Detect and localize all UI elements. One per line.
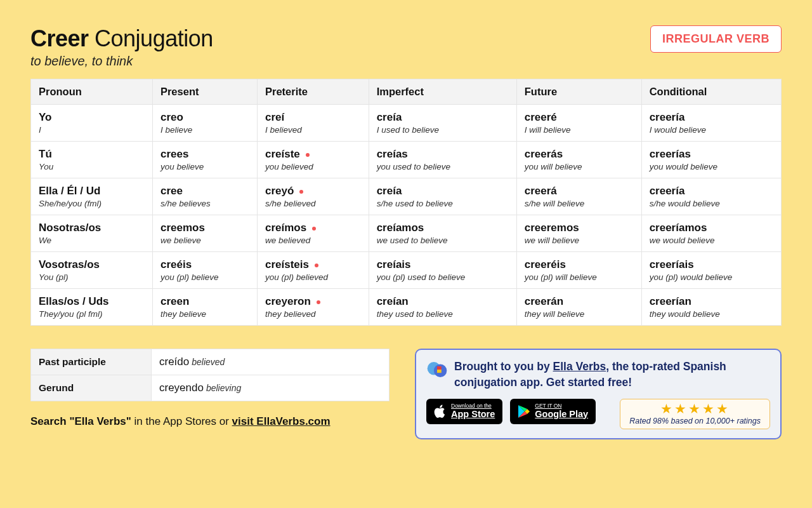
- google-play-icon: [518, 404, 530, 418]
- conjugation-cell: creeremoswe will believe: [516, 215, 641, 252]
- conjugation-cell: creíste you believed: [257, 142, 369, 178]
- conjugation-cell: creeríaI would believe: [641, 105, 781, 142]
- conjugation-cell: creeréisyou (pl) will believe: [516, 252, 641, 289]
- form-value: creyendobelieving: [152, 375, 390, 401]
- irregular-dot-icon: [306, 153, 310, 157]
- pronoun-cell: Ella / Él / UdShe/he/you (fml): [31, 178, 153, 215]
- column-header: Conditional: [641, 79, 781, 105]
- conjugation-cell: crees/he believes: [152, 178, 257, 215]
- conjugation-cell: creíI believed: [257, 105, 369, 142]
- conjugation-cell: creeríamoswe would believe: [641, 215, 781, 252]
- apple-icon: [434, 404, 447, 419]
- rating-box: ★★★★★ Rated 98% based on 10,000+ ratings: [620, 399, 770, 429]
- conjugation-cell: creeríaisyou (pl) would believe: [641, 252, 781, 289]
- app-store-badge[interactable]: Download on the App Store: [426, 399, 502, 424]
- table-row: YoIcreoI believecreíI believedcreíaI use…: [31, 105, 782, 142]
- extra-forms-table: Past participlecreídobelievedGerundcreye…: [30, 349, 390, 401]
- pronoun-cell: YoI: [31, 105, 153, 142]
- conjugation-cell: creímos we believed: [257, 215, 369, 252]
- conjugation-cell: creerías/he would believe: [641, 178, 781, 215]
- table-row: Ellas/os / UdsThey/you (pl fml)creenthey…: [31, 289, 782, 326]
- column-header: Pronoun: [31, 79, 153, 105]
- conjugation-cell: creesyou believe: [152, 142, 257, 178]
- column-header: Preterite: [257, 79, 369, 105]
- conjugation-cell: creías/he used to believe: [369, 178, 516, 215]
- visit-link[interactable]: visit EllaVerbs.com: [232, 415, 331, 427]
- table-row: Gerundcreyendobelieving: [31, 375, 390, 401]
- conjugation-cell: creeránthey will believe: [516, 289, 641, 326]
- table-row: Past participlecreídobelieved: [31, 349, 390, 375]
- search-instructions: Search "Ella Verbs" in the App Stores or…: [30, 415, 390, 428]
- table-row: Vosotras/osYou (pl)creéisyou (pl) believ…: [31, 252, 782, 289]
- pronoun-cell: Nosotras/osWe: [31, 215, 153, 252]
- pronoun-cell: Vosotras/osYou (pl): [31, 252, 153, 289]
- conjugation-cell: creyeron they believed: [257, 289, 369, 326]
- irregular-dot-icon: [317, 300, 320, 304]
- column-header: Future: [516, 79, 641, 105]
- conjugation-cell: creíaI used to believe: [369, 105, 516, 142]
- conjugation-cell: creemoswe believe: [152, 215, 257, 252]
- column-header: Imperfect: [369, 79, 516, 105]
- conjugation-cell: creyó s/he believed: [257, 178, 369, 215]
- irregular-dot-icon: [299, 190, 303, 194]
- form-label: Gerund: [31, 375, 152, 401]
- pronoun-cell: TúYou: [31, 142, 153, 178]
- app-logo-icon: [426, 359, 448, 380]
- conjugation-cell: creíasyou used to believe: [369, 142, 516, 178]
- conjugation-cell: creíamoswe used to believe: [369, 215, 516, 252]
- promo-text: Brought to you by Ella Verbs, the top-ra…: [454, 359, 770, 390]
- star-icon: ★★★★★: [629, 402, 761, 415]
- column-header: Present: [152, 79, 257, 105]
- irregular-badge: IRREGULAR VERB: [650, 25, 782, 53]
- conjugation-cell: creeréI will believe: [516, 105, 641, 142]
- conjugation-cell: creoI believe: [152, 105, 257, 142]
- table-row: Ella / Él / UdShe/he/you (fml)crees/he b…: [31, 178, 782, 215]
- google-play-badge[interactable]: GET IT ON Google Play: [510, 399, 596, 424]
- irregular-dot-icon: [312, 227, 316, 231]
- irregular-dot-icon: [315, 264, 318, 267]
- conjugation-cell: creeríasyou would believe: [641, 142, 781, 178]
- svg-rect-3: [437, 370, 442, 373]
- svg-rect-2: [437, 366, 442, 370]
- conjugation-cell: creíanthey used to believe: [369, 289, 516, 326]
- conjugation-cell: creerásyou will believe: [516, 142, 641, 178]
- promo-panel: Brought to you by Ella Verbs, the top-ra…: [415, 349, 782, 439]
- pronoun-cell: Ellas/os / UdsThey/you (pl fml): [31, 289, 153, 326]
- conjugation-cell: creéisyou (pl) believe: [152, 252, 257, 289]
- conjugation-cell: creerás/he will believe: [516, 178, 641, 215]
- table-row: TúYoucreesyou believecreíste you believe…: [31, 142, 782, 178]
- conjugation-cell: creenthey believe: [152, 289, 257, 326]
- page-title: Creer Conjugation: [30, 25, 213, 52]
- form-label: Past participle: [31, 349, 152, 375]
- verb-translation: to believe, to think: [30, 54, 213, 69]
- conjugation-cell: creíaisyou (pl) used to believe: [369, 252, 516, 289]
- ella-verbs-link[interactable]: Ella Verbs: [553, 360, 606, 373]
- conjugation-cell: creísteis you (pl) believed: [257, 252, 369, 289]
- conjugation-cell: creeríanthey would believe: [641, 289, 781, 326]
- table-row: Nosotras/osWecreemoswe believecreímos we…: [31, 215, 782, 252]
- form-value: creídobelieved: [152, 349, 390, 375]
- conjugation-table: PronounPresentPreteriteImperfectFutureCo…: [30, 79, 782, 326]
